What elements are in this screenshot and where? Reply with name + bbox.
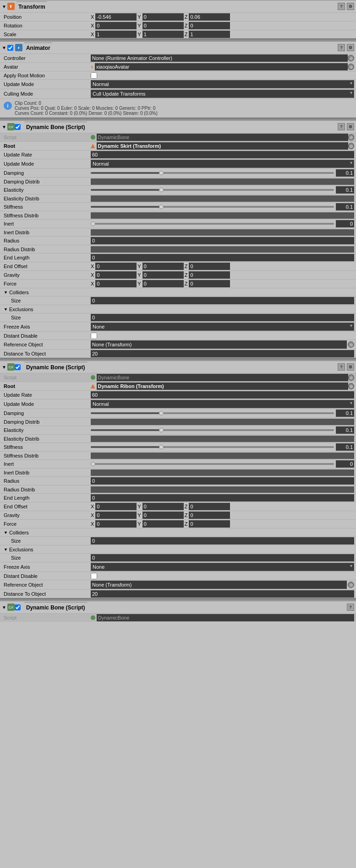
db1-gravity-z-input[interactable]	[189, 271, 230, 279]
controller-pick-btn[interactable]: ◎	[348, 55, 354, 61]
transform-collapse-arrow[interactable]: ▼	[2, 4, 6, 9]
db2-reference-object-input[interactable]	[91, 581, 347, 589]
db1-elasticity-track[interactable]	[91, 189, 334, 191]
db3-script-input[interactable]	[97, 614, 354, 621]
db1-reference-object-input[interactable]	[91, 340, 347, 349]
db2-distance-to-object-input[interactable]	[91, 590, 354, 598]
db1-damping-distrib-bar[interactable]	[91, 178, 354, 185]
db1-inert-thumb[interactable]	[91, 221, 95, 226]
db2-force-z-input[interactable]	[189, 520, 230, 528]
position-x-input[interactable]	[95, 13, 137, 21]
controller-input[interactable]	[91, 54, 348, 62]
db1-root-pick-btn[interactable]: ◎	[348, 143, 354, 149]
db2-gravity-x-input[interactable]	[95, 512, 137, 519]
db2-update-rate-input[interactable]	[91, 391, 354, 399]
db2-exclusions-size-input[interactable]	[91, 554, 354, 561]
db2-inert-thumb[interactable]	[91, 462, 95, 466]
db1-end-offset-y-input[interactable]	[142, 263, 184, 270]
db1-elasticity-distrib-bar[interactable]	[91, 195, 354, 202]
db1-update-rate-input[interactable]	[91, 151, 354, 158]
db2-help-icon[interactable]: ?	[338, 363, 345, 371]
transform-settings-icon[interactable]: ⚙	[347, 3, 354, 10]
db1-script-pick-btn[interactable]: ◎	[348, 134, 354, 140]
db2-script-pick-btn[interactable]: ◎	[348, 374, 354, 381]
db1-radius-distrib-bar[interactable]	[91, 246, 354, 253]
animator-collapse-arrow[interactable]: ▼	[2, 45, 6, 50]
db2-elasticity-track[interactable]	[91, 429, 334, 431]
db2-end-length-input[interactable]	[91, 494, 354, 501]
db2-damping-distrib-bar[interactable]	[91, 419, 354, 425]
db1-exclusions-label[interactable]: ▼ Exclusions	[4, 307, 91, 312]
db1-stiffness-distrib-bar[interactable]	[91, 212, 354, 219]
db1-damping-value[interactable]	[336, 169, 354, 177]
db1-update-mode-select[interactable]: Normal	[91, 160, 354, 168]
db2-settings-icon[interactable]: ⚙	[347, 363, 354, 371]
db1-stiffness-track[interactable]	[91, 206, 334, 208]
db1-end-offset-x-input[interactable]	[95, 263, 137, 270]
db1-damping-thumb[interactable]	[159, 171, 164, 175]
rotation-z-input[interactable]	[189, 22, 230, 29]
db2-stiffness-thumb[interactable]	[159, 445, 164, 449]
db2-end-offset-y-input[interactable]	[142, 503, 184, 510]
db1-gravity-x-input[interactable]	[95, 271, 137, 279]
db2-end-offset-z-input[interactable]	[189, 503, 230, 510]
scale-y-input[interactable]	[142, 31, 184, 38]
db2-reference-object-pick-btn[interactable]: ◎	[348, 582, 354, 588]
db1-radius-input[interactable]	[91, 237, 354, 244]
db1-script-input[interactable]	[97, 134, 348, 141]
avatar-pick-btn[interactable]: ◎	[348, 64, 354, 70]
db2-colliders-label[interactable]: ▼ Colliders	[4, 530, 91, 535]
db2-inert-value[interactable]	[336, 460, 354, 468]
db2-force-x-input[interactable]	[95, 520, 137, 528]
db2-inert-track[interactable]	[91, 463, 334, 465]
position-z-input[interactable]	[189, 13, 230, 21]
db1-gravity-y-input[interactable]	[142, 271, 184, 279]
db1-freeze-axis-select[interactable]: None	[91, 323, 354, 331]
db1-damping-track[interactable]	[91, 172, 334, 174]
db2-stiffness-track[interactable]	[91, 446, 334, 448]
db2-radius-distrib-bar[interactable]	[91, 486, 354, 493]
update-mode-select[interactable]: Normal	[91, 80, 354, 88]
db1-stiffness-thumb[interactable]	[159, 205, 164, 209]
db1-distance-to-object-input[interactable]	[91, 350, 354, 357]
db2-damping-track[interactable]	[91, 412, 334, 414]
db2-update-mode-select[interactable]: Normal	[91, 400, 354, 408]
culling-mode-select[interactable]: Cull Update Transforms	[91, 90, 354, 98]
db2-collapse-arrow[interactable]: ▼	[2, 365, 6, 370]
db1-force-x-input[interactable]	[95, 280, 137, 287]
rotation-y-input[interactable]	[142, 22, 184, 29]
db1-colliders-label[interactable]: ▼ Colliders	[4, 290, 91, 295]
apply-root-motion-checkbox[interactable]	[91, 72, 97, 79]
db1-inert-value[interactable]	[336, 220, 354, 227]
scale-x-input[interactable]	[95, 31, 137, 38]
db1-inert-track[interactable]	[91, 223, 334, 225]
db2-stiffness-value[interactable]	[336, 443, 354, 451]
db1-settings-icon[interactable]: ⚙	[347, 123, 354, 130]
db2-elasticity-thumb[interactable]	[159, 428, 164, 432]
db1-reference-object-pick-btn[interactable]: ◎	[348, 341, 354, 348]
db1-end-length-input[interactable]	[91, 254, 354, 261]
transform-help-icon[interactable]: ?	[338, 3, 345, 10]
db1-force-z-input[interactable]	[189, 280, 230, 287]
db2-damping-value[interactable]	[336, 410, 354, 417]
rotation-x-input[interactable]	[95, 22, 137, 29]
db2-enable-checkbox[interactable]	[15, 364, 21, 370]
db2-root-input[interactable]	[97, 383, 348, 390]
db1-stiffness-value[interactable]	[336, 203, 354, 210]
db1-enable-checkbox[interactable]	[15, 124, 21, 130]
db1-inert-distrib-bar[interactable]	[91, 229, 354, 236]
animator-enable-checkbox[interactable]	[7, 45, 13, 51]
db3-enable-checkbox[interactable]	[15, 604, 21, 610]
db1-help-icon[interactable]: ?	[338, 123, 345, 130]
db2-exclusions-label[interactable]: ▼ Exclusions	[4, 547, 91, 552]
db1-elasticity-thumb[interactable]	[159, 188, 164, 192]
scale-z-input[interactable]	[189, 31, 230, 38]
db2-colliders-size-input[interactable]	[91, 537, 354, 545]
db1-force-y-input[interactable]	[142, 280, 184, 287]
db2-root-pick-btn[interactable]: ◎	[348, 383, 354, 389]
db1-collapse-arrow[interactable]: ▼	[2, 124, 6, 129]
db2-stiffness-distrib-bar[interactable]	[91, 453, 354, 459]
db2-distant-disable-checkbox[interactable]	[91, 573, 97, 579]
avatar-input[interactable]	[95, 63, 348, 70]
animator-help-icon[interactable]: ?	[338, 44, 345, 51]
